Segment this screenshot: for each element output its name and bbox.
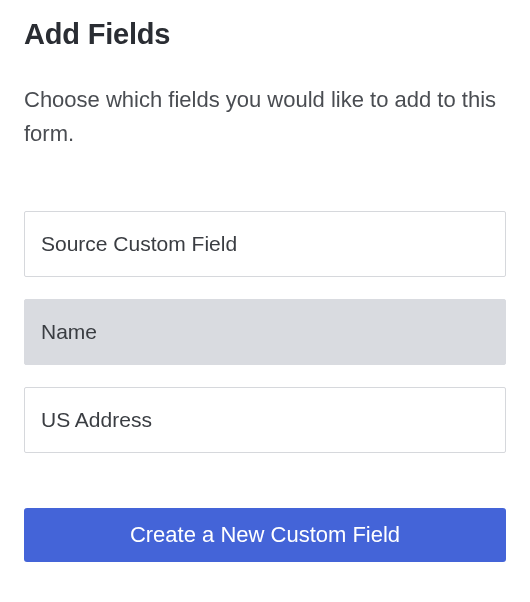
create-custom-field-button[interactable]: Create a New Custom Field bbox=[24, 508, 506, 562]
page-description: Choose which fields you would like to ad… bbox=[24, 83, 504, 151]
field-item-name[interactable]: Name bbox=[24, 299, 506, 365]
field-item-source-custom-field[interactable]: Source Custom Field bbox=[24, 211, 506, 277]
field-item-us-address[interactable]: US Address bbox=[24, 387, 506, 453]
field-label: Name bbox=[41, 320, 97, 343]
field-label: Source Custom Field bbox=[41, 232, 237, 255]
field-label: US Address bbox=[41, 408, 152, 431]
field-list: Source Custom Field Name US Address bbox=[24, 211, 506, 453]
page-title: Add Fields bbox=[24, 18, 506, 51]
